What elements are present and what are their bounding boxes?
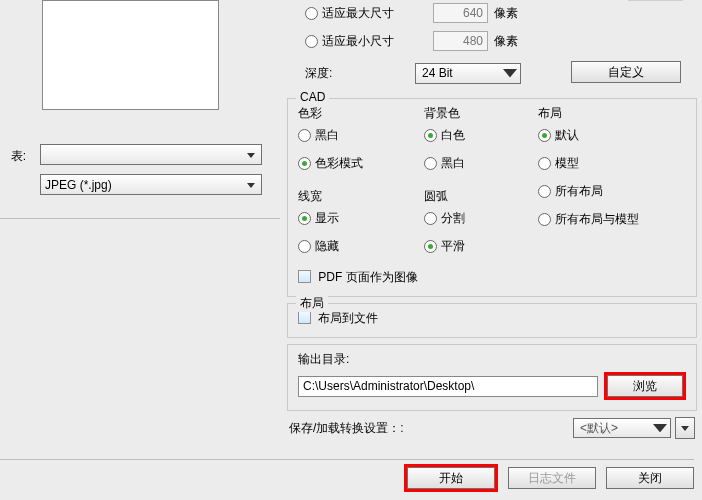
px-unit: 像素 [494,33,518,50]
output-dir-label: 输出目录: [298,351,686,368]
browse-button-label: 浏览 [633,378,657,395]
min-width-input[interactable] [433,31,488,51]
px-unit: 像素 [494,5,518,22]
bg-black-label: 黑白 [441,155,465,172]
settings-dropdown[interactable]: <默认> [573,418,671,438]
lw-show-label: 显示 [315,210,339,227]
color-bw-radio[interactable] [298,129,311,142]
layout-model-radio[interactable] [538,157,551,170]
arc-label: 圆弧 [424,188,532,205]
max-width-input[interactable] [433,3,488,23]
log-file-button-label: 日志文件 [528,470,576,487]
fit-max-radio[interactable] [305,7,318,20]
color-label: 色彩 [298,105,418,122]
layout-default-label: 默认 [555,127,579,144]
start-button-label: 开始 [439,470,463,487]
output-path-input[interactable] [298,376,598,397]
custom-button[interactable]: 自定义 [571,61,681,83]
pdf-as-image-checkbox[interactable] [298,270,311,283]
lw-hide-label: 隐藏 [315,238,339,255]
color-bw-label: 黑白 [315,127,339,144]
depth-label: 深度: [305,65,405,82]
arc-smooth-label: 平滑 [441,238,465,255]
close-button[interactable]: 关闭 [606,467,694,489]
format-dropdown[interactable]: JPEG (*.jpg) [40,174,262,195]
arc-split-radio[interactable] [424,212,437,225]
chevron-down-icon [653,421,667,435]
lw-label: 线宽 [298,188,418,205]
lw-hide-radio[interactable] [298,240,311,253]
depth-value: 24 Bit [422,66,453,80]
settings-value: <默认> [580,420,618,437]
close-button-label: 关闭 [638,470,662,487]
arc-split-label: 分割 [441,210,465,227]
start-button[interactable]: 开始 [407,467,495,489]
log-file-button[interactable]: 日志文件 [508,467,596,489]
layout-frame-title: 布局 [296,295,328,312]
table-label: 表: [0,148,26,165]
preview-box [42,0,219,110]
bg-label: 背景色 [424,105,532,122]
layout-allmodel-radio[interactable] [538,213,551,226]
chevron-down-icon [244,178,258,192]
custom-button-label: 自定义 [608,64,644,81]
layout-default-radio[interactable] [538,129,551,142]
table-dropdown[interactable] [40,144,262,165]
depth-dropdown[interactable]: 24 Bit [415,63,521,84]
fit-min-label: 适应最小尺寸 [322,33,427,50]
layout-label: 布局 [538,105,678,122]
color-mode-label: 色彩模式 [315,155,363,172]
format-dropdown-value: JPEG (*.jpg) [45,178,112,192]
browse-button[interactable]: 浏览 [607,375,683,397]
cad-group-title: CAD [296,90,329,104]
layout-model-label: 模型 [555,155,579,172]
fit-min-radio[interactable] [305,35,318,48]
settings-label: 保存/加载转换设置：: [289,420,404,437]
pdf-as-image-label: PDF 页面作为图像 [318,270,417,284]
chevron-down-icon [681,426,689,431]
bottom-value-input[interactable] [628,0,683,1]
arc-smooth-radio[interactable] [424,240,437,253]
chevron-down-icon [244,148,258,162]
chevron-down-icon [503,67,517,81]
color-mode-radio[interactable] [298,157,311,170]
lw-show-radio[interactable] [298,212,311,225]
bg-black-radio[interactable] [424,157,437,170]
settings-menu-button[interactable] [675,417,695,439]
bg-white-label: 白色 [441,127,465,144]
layout-to-file-label: 布局到文件 [318,311,378,325]
bg-white-radio[interactable] [424,129,437,142]
fit-max-label: 适应最大尺寸 [322,5,427,22]
layout-to-file-checkbox[interactable] [298,311,311,324]
layout-all-radio[interactable] [538,185,551,198]
